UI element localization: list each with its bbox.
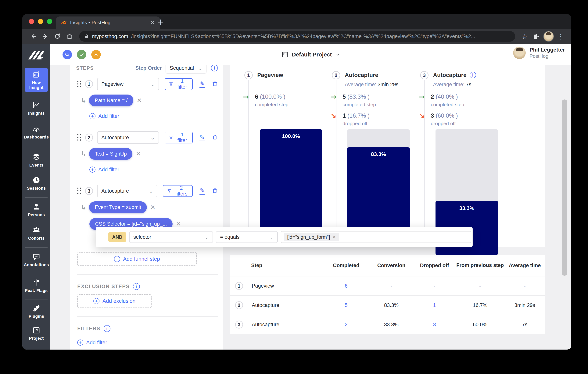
sidebar-item-label: Events bbox=[29, 163, 43, 168]
trash-icon[interactable] bbox=[212, 81, 218, 87]
add-exclusion-button[interactable]: + Add exclusion bbox=[77, 294, 152, 308]
sidebar-item-new-insight[interactable]: New Insight bbox=[25, 68, 48, 92]
sidebar-item-dashboards[interactable]: Dashboards bbox=[24, 125, 49, 140]
status-check-button[interactable] bbox=[77, 50, 86, 59]
reload-icon[interactable] bbox=[52, 31, 63, 42]
row-step-number: 3 bbox=[235, 321, 243, 329]
filters-heading: FILTERS i bbox=[77, 325, 218, 332]
step-order-select[interactable]: Sequential ⌄ bbox=[166, 65, 207, 74]
add-global-filter-link[interactable]: + Add filter bbox=[77, 340, 218, 346]
chevron-down-icon: ⌄ bbox=[151, 135, 155, 140]
posthog-logo[interactable] bbox=[27, 51, 45, 60]
funnel-bar-2[interactable] bbox=[347, 147, 410, 237]
scroll-top-button[interactable] bbox=[91, 50, 101, 59]
operator-select[interactable]: = equals ⌄ bbox=[216, 231, 278, 243]
property-filter-pill[interactable]: Path Name = / bbox=[89, 95, 133, 106]
remove-filter-icon[interactable]: ✕ bbox=[176, 220, 181, 227]
info-icon[interactable]: i bbox=[470, 72, 476, 78]
step-event-select[interactable]: Autocapture ⌄ bbox=[97, 131, 159, 144]
sidebar-item-insights[interactable]: Insights bbox=[28, 101, 45, 116]
dropped-arrow-icon: ↘ bbox=[419, 112, 425, 120]
sidebar-item-events[interactable]: Events bbox=[29, 153, 43, 168]
drag-handle-icon[interactable] bbox=[77, 188, 82, 195]
remove-filter-icon[interactable]: ✕ bbox=[150, 204, 155, 211]
info-icon[interactable]: i bbox=[104, 325, 110, 332]
row-completed-link[interactable]: 6 bbox=[323, 276, 369, 296]
funnel-bar-1[interactable] bbox=[260, 129, 322, 237]
col-header-dropped: Dropped off bbox=[414, 255, 455, 276]
info-icon[interactable]: i bbox=[133, 283, 140, 290]
add-filter-label: Add filter bbox=[98, 113, 119, 119]
remove-filter-icon[interactable]: ✕ bbox=[137, 97, 142, 104]
sidebar-item-annotations[interactable]: Annotations bbox=[24, 253, 49, 267]
step-event-select[interactable]: Pageview ⌄ bbox=[97, 78, 159, 90]
url-bar[interactable]: myposthog.com/insights?insight=FUNNELS&a… bbox=[79, 31, 515, 42]
dropped-pct: (60.0% ) bbox=[436, 112, 458, 119]
plus-circle-icon: + bbox=[93, 298, 99, 304]
tab-title: Insights • PostHog bbox=[70, 20, 110, 26]
project-switcher[interactable]: Default Project bbox=[282, 44, 340, 65]
row-dropped-link[interactable]: 3 bbox=[414, 315, 455, 334]
sidebar-item-feature-flags[interactable]: Feat. Flags bbox=[25, 278, 48, 293]
gauge-icon bbox=[32, 125, 41, 133]
chevron-down-icon: ⌄ bbox=[198, 65, 202, 71]
posthog-favicon bbox=[61, 21, 67, 25]
step-number-badge: 3 bbox=[85, 187, 93, 195]
browser-profile-avatar[interactable] bbox=[543, 31, 554, 42]
table-row[interactable]: 1Pageview 6 - - - - bbox=[230, 276, 545, 296]
average-time-value: 3min 29s bbox=[378, 82, 399, 87]
property-value-input[interactable]: [id="sign_up_form"] ✕ bbox=[281, 231, 471, 243]
close-window-button[interactable] bbox=[29, 19, 34, 24]
sidebar-item-sessions[interactable]: Sessions bbox=[27, 176, 46, 191]
step-connector-line bbox=[248, 80, 249, 237]
home-icon[interactable] bbox=[64, 31, 75, 42]
drag-handle-icon[interactable] bbox=[77, 134, 82, 141]
drag-handle-icon[interactable] bbox=[77, 81, 82, 88]
add-filter-link[interactable]: + Add filter bbox=[89, 113, 223, 119]
minimize-window-button[interactable] bbox=[38, 19, 43, 24]
edit-pencil-icon[interactable]: ✎ bbox=[200, 81, 205, 88]
trash-icon[interactable] bbox=[212, 134, 218, 141]
tab-close-icon[interactable]: ✕ bbox=[150, 19, 155, 26]
scrollbar-thumb[interactable] bbox=[562, 99, 567, 276]
back-icon[interactable] bbox=[28, 31, 38, 42]
maximize-window-button[interactable] bbox=[47, 19, 52, 24]
table-row[interactable]: 2Autocapture 5 83.3% 1 16.7% 3min 29s bbox=[230, 296, 545, 315]
property-key-select[interactable]: selector ⌄ bbox=[129, 231, 213, 243]
sidebar-item-plugins[interactable]: Plugins bbox=[29, 304, 44, 319]
remove-value-icon[interactable]: ✕ bbox=[332, 234, 336, 240]
sidebar-item-label: Project bbox=[29, 336, 43, 341]
browser-tab[interactable]: Insights • PostHog ✕ bbox=[56, 16, 160, 29]
edit-pencil-icon[interactable]: ✎ bbox=[200, 188, 205, 195]
table-row[interactable]: 3Autocapture 2 33.3% 3 60.0% 7s bbox=[230, 315, 545, 334]
sidebar-item-persons[interactable]: Persons bbox=[28, 203, 45, 217]
search-button[interactable] bbox=[63, 50, 72, 59]
row-dropped-link[interactable]: 1 bbox=[414, 296, 455, 315]
step-event-value: Pageview bbox=[101, 81, 124, 87]
add-filter-label: Add filter bbox=[86, 340, 107, 346]
property-filter-pill[interactable]: Event Type = submit bbox=[89, 201, 147, 213]
remove-filter-icon[interactable]: ✕ bbox=[136, 150, 141, 158]
new-tab-button[interactable]: + bbox=[156, 17, 165, 26]
step-filter-count-button[interactable]: 2 filters bbox=[163, 185, 193, 197]
trash-icon[interactable] bbox=[212, 188, 218, 194]
extensions-puzzle-icon[interactable] bbox=[532, 32, 541, 41]
bookmark-star-icon[interactable]: ☆ bbox=[520, 32, 530, 41]
info-icon[interactable]: i bbox=[211, 65, 218, 71]
step-filter-count-button[interactable]: 1 filter bbox=[165, 78, 193, 90]
edit-pencil-icon[interactable]: ✎ bbox=[200, 134, 205, 141]
forward-icon[interactable] bbox=[40, 31, 50, 42]
sidebar-item-cohorts[interactable]: Cohorts bbox=[28, 226, 44, 241]
sidebar-item-project[interactable]: Project bbox=[29, 326, 43, 341]
add-funnel-step-button[interactable]: + Add funnel step bbox=[77, 252, 197, 266]
step-event-select[interactable]: Autocapture ⌄ bbox=[97, 185, 157, 197]
row-completed-link[interactable]: 5 bbox=[323, 296, 369, 315]
browser-menu-kebab-icon[interactable]: ⋮ bbox=[556, 32, 566, 41]
user-organization: PostHog bbox=[529, 53, 565, 59]
add-filter-link[interactable]: + Add filter bbox=[89, 167, 223, 173]
property-filter-pill[interactable]: Text = SignUp bbox=[89, 148, 132, 160]
nested-arrow-icon: ↳ bbox=[81, 203, 86, 211]
step-filter-count-button[interactable]: 1 filter bbox=[165, 132, 193, 143]
row-completed-link[interactable]: 2 bbox=[323, 315, 369, 334]
user-menu[interactable]: Phil Leggetter PostHog bbox=[513, 46, 565, 59]
